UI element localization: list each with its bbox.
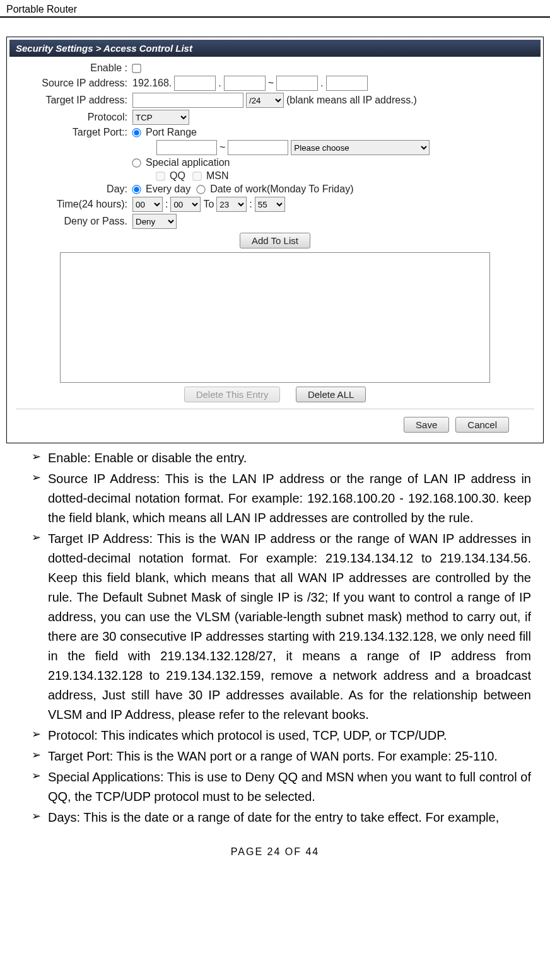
source-ip-a[interactable] bbox=[174, 76, 216, 91]
time-m2[interactable]: 55 bbox=[255, 197, 285, 212]
every-day-radio[interactable] bbox=[132, 185, 141, 194]
bullet-enable: Enable: Enable or disable the entry. bbox=[32, 448, 531, 468]
date-of-work-label: Date of work(Monday To Friday) bbox=[210, 184, 353, 195]
entries-listbox[interactable] bbox=[60, 252, 490, 383]
add-to-list-button[interactable]: Add To List bbox=[240, 233, 310, 248]
day-label: Day: bbox=[16, 184, 132, 195]
save-button[interactable]: Save bbox=[404, 417, 449, 433]
every-day-label: Every day bbox=[146, 184, 190, 195]
time-label: Time(24 hours): bbox=[16, 199, 132, 210]
bullet-specialapps: Special Applications: This is use to Den… bbox=[32, 767, 531, 807]
port-range-label: Port Range bbox=[146, 127, 197, 138]
time-to: To bbox=[203, 199, 214, 210]
doc-title: Portable Router bbox=[6, 4, 77, 15]
msn-checkbox[interactable] bbox=[192, 172, 201, 180]
port-from[interactable] bbox=[156, 140, 217, 155]
target-note: (blank means all IP address.) bbox=[286, 95, 417, 106]
port-range-radio[interactable] bbox=[132, 128, 141, 137]
time-m1[interactable]: 00 bbox=[170, 197, 201, 212]
date-of-work-radio[interactable] bbox=[196, 185, 205, 194]
targetip-label: Target IP address: bbox=[16, 95, 132, 106]
bullet-sourceip: Source IP Address: This is the LAN IP ad… bbox=[32, 469, 531, 528]
protocol-label: Protocol: bbox=[16, 112, 132, 123]
bullet-protocol: Protocol: This indicates which protocol … bbox=[32, 726, 531, 745]
source-ip-b[interactable] bbox=[224, 76, 266, 91]
special-app-label: Special application bbox=[146, 157, 230, 168]
titlebar: Security Settings > Access Control List bbox=[9, 40, 541, 57]
page-footer: PAGE 24 OF 44 bbox=[0, 846, 550, 858]
qq-label: QQ bbox=[170, 170, 185, 182]
delete-all-button[interactable]: Delete ALL bbox=[296, 387, 366, 402]
source-ip-d[interactable] bbox=[326, 76, 368, 91]
port-preset-select[interactable]: Please choose bbox=[291, 140, 430, 155]
source-prefix: 192.168. bbox=[132, 78, 172, 89]
enable-label: Enable : bbox=[16, 62, 132, 74]
denypass-label: Deny or Pass. bbox=[16, 216, 132, 227]
special-app-radio[interactable] bbox=[132, 158, 141, 167]
delete-entry-button[interactable]: Delete This Entry bbox=[184, 387, 281, 402]
port-to[interactable] bbox=[228, 140, 288, 155]
cidr-select[interactable]: /24 bbox=[246, 93, 284, 108]
protocol-select[interactable]: TCP bbox=[132, 110, 189, 125]
targetport-label: Target Port:: bbox=[16, 127, 132, 138]
msn-label: MSN bbox=[206, 170, 229, 182]
bullet-days: Days: This is the date or a range of dat… bbox=[32, 808, 531, 827]
time-h2[interactable]: 23 bbox=[216, 197, 247, 212]
qq-checkbox[interactable] bbox=[156, 172, 165, 180]
time-h1[interactable]: 00 bbox=[132, 197, 163, 212]
deny-select[interactable]: Deny bbox=[132, 214, 177, 229]
enable-checkbox[interactable] bbox=[132, 64, 141, 73]
source-ip-c[interactable] bbox=[276, 76, 318, 91]
target-ip-input[interactable] bbox=[132, 93, 243, 108]
sourceip-label: Source IP address: bbox=[16, 78, 132, 89]
bullet-targetport: Target Port: This is the WAN port or a r… bbox=[32, 747, 531, 766]
cancel-button[interactable]: Cancel bbox=[455, 417, 509, 433]
bullet-targetip: Target IP Address: This is the WAN IP ad… bbox=[32, 529, 531, 725]
router-screenshot: Security Settings > Access Control List … bbox=[6, 37, 544, 443]
